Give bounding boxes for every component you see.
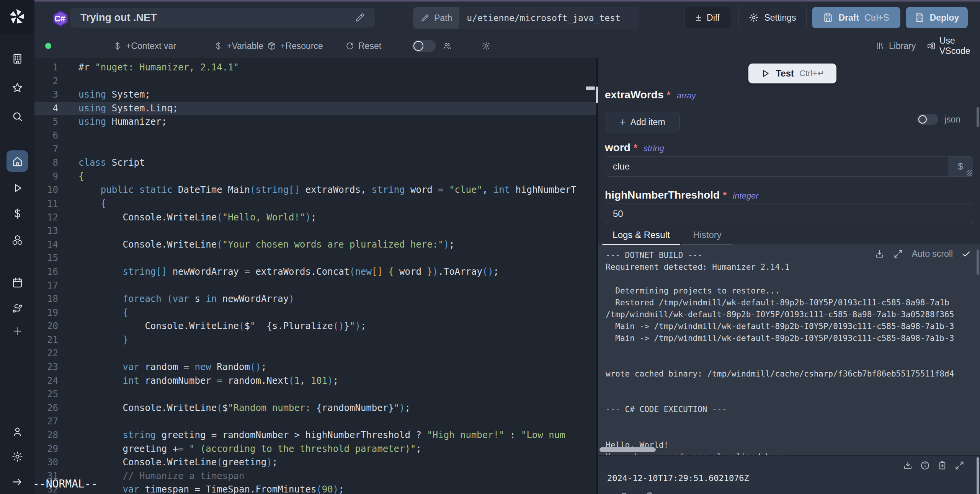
toggle-switch[interactable] — [412, 40, 436, 52]
info-icon[interactable] — [920, 460, 930, 471]
editor-toolbar: +Context var +Variable +Resource Reset L… — [34, 34, 980, 59]
code-line[interactable]: 11 { — [34, 197, 596, 211]
code-line[interactable]: 8class Script — [34, 156, 596, 170]
edit-title-pencil-icon[interactable] — [354, 12, 365, 23]
path-field[interactable]: Path u/etienne/microsoft_java_test — [413, 7, 638, 29]
scrollbar-thumb[interactable] — [599, 447, 656, 452]
code-text: Console.WriteLine($"Random number: {rand… — [78, 401, 410, 415]
code-line[interactable]: 9{ — [34, 170, 596, 184]
code-line[interactable]: 5using Humanizer; — [34, 115, 596, 129]
word-input[interactable] — [605, 157, 948, 176]
settings-button[interactable]: Settings — [738, 7, 807, 28]
sidebar-item-workspace[interactable] — [9, 50, 26, 67]
code-line[interactable]: 18 foreach (var s in newWordArray) — [34, 292, 596, 306]
sidebar-item-schedules[interactable] — [9, 274, 26, 291]
expand-result-icon[interactable] — [954, 460, 965, 471]
tab-logs-result[interactable]: Logs & Result — [602, 225, 680, 245]
resize-grip-icon[interactable] — [967, 170, 972, 176]
code-line[interactable]: 22 — [34, 347, 596, 360]
code-line[interactable]: 2 — [34, 75, 596, 88]
logs-panel[interactable]: --- DOTNET BUILD ---Requirement detected… — [598, 245, 980, 455]
log-controls: Auto scroll — [874, 249, 971, 259]
code-line[interactable]: 13 — [34, 224, 596, 238]
test-button[interactable]: Test Ctrl+↵ — [748, 64, 836, 83]
diff-button[interactable]: ± Diff — [684, 7, 731, 28]
tab-history[interactable]: History — [681, 225, 733, 245]
panel-splitter[interactable] — [596, 58, 598, 494]
add-variable-button[interactable]: +Variable — [214, 34, 263, 58]
code-line[interactable]: 15 — [34, 251, 596, 265]
autoscroll-check-icon[interactable] — [961, 249, 971, 259]
sidebar-item-settings[interactable] — [9, 448, 26, 465]
sidebar-item-flows[interactable] — [9, 300, 26, 317]
result-value: 2024-12-10T17:29:51.6021076Z — [607, 473, 749, 483]
code-line[interactable]: 19 { — [34, 306, 596, 320]
download-result-icon[interactable] — [903, 460, 913, 471]
json-toggle-switch[interactable] — [917, 114, 938, 125]
code-line[interactable]: 20 Console.WriteLine($" {s.Pluralize()}"… — [34, 320, 596, 333]
windmill-logo-icon[interactable] — [0, 0, 34, 34]
code-line[interactable]: 4using System.Linq; — [34, 102, 596, 116]
add-resource-button[interactable]: +Resource — [267, 34, 323, 58]
code-line[interactable]: 10 public static DateTime Main(string[] … — [34, 183, 596, 197]
line-number: 5 — [34, 115, 58, 129]
editor-settings-button[interactable] — [482, 34, 491, 58]
logs-horizontal-scrollbar[interactable] — [598, 447, 980, 452]
copy-row[interactable]: Copy — [621, 491, 654, 494]
code-line[interactable]: 26 Console.WriteLine($"Random number: {r… — [34, 401, 596, 415]
form-vertical-scrollbar[interactable] — [977, 107, 979, 127]
sidebar-item-account[interactable] — [9, 423, 26, 440]
code-editor[interactable]: 1#r "nuget: Humanizer, 2.14.1"23using Sy… — [34, 58, 596, 494]
code-line[interactable]: 30 Console.WriteLine(greeting); — [34, 456, 596, 470]
code-line[interactable]: 1#r "nuget: Humanizer, 2.14.1" — [34, 61, 596, 75]
plus-icon: + — [619, 116, 626, 128]
deploy-button[interactable]: Deploy — [906, 7, 968, 28]
code-line[interactable]: 25 — [34, 388, 596, 401]
code-line[interactable]: 31 // Humanize a timespan — [34, 470, 596, 483]
result-vertical-scrollbar[interactable] — [977, 457, 979, 494]
script-title-box[interactable]: Trying out .NET — [70, 8, 375, 28]
sidebar-item-create[interactable] — [9, 323, 26, 339]
save-icon — [823, 13, 833, 23]
expand-logs-icon[interactable] — [893, 249, 903, 259]
sidebar-item-runs[interactable] — [9, 179, 26, 196]
log-line: Main -> /tmp/windmill/wk-default-89p2b-I… — [606, 333, 980, 344]
code-line[interactable]: 6 — [34, 129, 596, 143]
add-context-var-button[interactable]: +Context var — [113, 34, 176, 58]
line-number: 15 — [34, 251, 58, 265]
people-icon[interactable] — [443, 41, 452, 51]
code-line[interactable]: 27 — [34, 415, 596, 429]
copy-result-icon[interactable] — [937, 460, 947, 471]
draft-button[interactable]: Draft Ctrl+S — [812, 7, 900, 28]
sidebar-item-resources[interactable] — [9, 232, 26, 248]
play-icon — [760, 68, 770, 78]
sidebar-item-favorites[interactable] — [9, 79, 26, 96]
code-line[interactable]: 24 int randomNumber = random.Next(1, 101… — [34, 374, 596, 388]
code-line[interactable]: 28 string greeting = randomNumber > high… — [34, 429, 596, 442]
reset-button[interactable]: Reset — [345, 34, 381, 58]
sidebar-item-search[interactable] — [9, 108, 26, 125]
code-text: Console.WriteLine("Your chosen words are… — [78, 238, 455, 252]
sidebar-item-variables[interactable] — [9, 205, 26, 222]
field-name: highNumberThreshold — [605, 189, 720, 201]
code-line[interactable]: 14 Console.WriteLine("Your chosen words … — [34, 238, 596, 252]
logs-vertical-scrollbar[interactable] — [977, 249, 979, 275]
sidebar-item-home[interactable] — [7, 150, 28, 172]
code-line[interactable]: 23 var random = new Random(); — [34, 360, 596, 374]
code-line[interactable]: 12 Console.WriteLine("Hello, World!"); — [34, 211, 596, 225]
code-line[interactable]: 21 } — [34, 333, 596, 347]
sidebar-item-expand-sidebar[interactable] — [9, 473, 26, 490]
library-button[interactable]: Library — [876, 34, 916, 58]
download-logs-icon[interactable] — [874, 249, 885, 259]
code-line[interactable]: 16 string[] newWordArray = extraWords.Co… — [34, 265, 596, 279]
code-line[interactable]: 32 var timespan = TimeSpan.FromMinutes(9… — [34, 483, 596, 494]
required-marker: * — [634, 142, 637, 154]
code-line[interactable]: 29 greeting += " (according to the thres… — [34, 442, 596, 456]
code-line[interactable]: 7 — [34, 143, 596, 157]
code-line[interactable]: 17 — [34, 279, 596, 293]
threshold-input[interactable] — [605, 204, 973, 224]
add-item-button[interactable]: + Add item — [605, 112, 680, 132]
code-line[interactable]: 3using System; — [34, 88, 596, 102]
use-vscode-button[interactable]: Use VScode — [926, 34, 980, 58]
code-text: var random = new Random(); — [78, 360, 266, 374]
